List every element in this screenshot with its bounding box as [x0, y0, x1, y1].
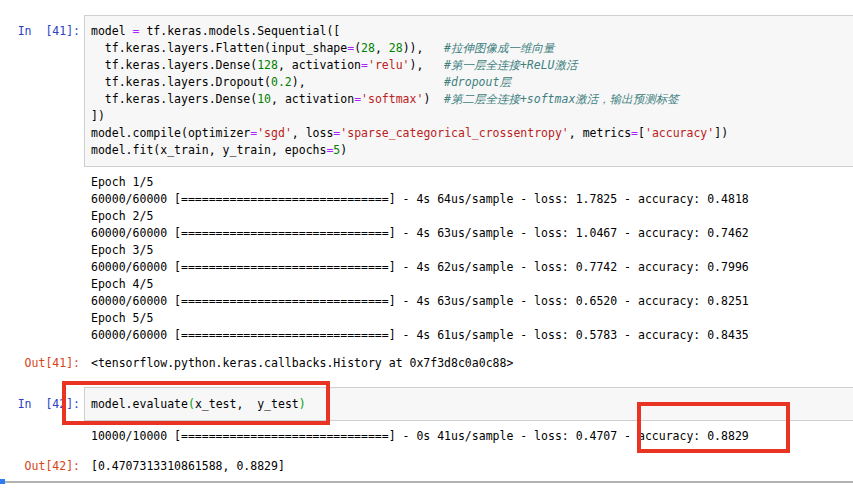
code-token: 28: [389, 41, 403, 55]
code-comment: #dropout层: [444, 74, 511, 91]
code-editor-41[interactable]: model = tf.keras.models.Sequential([ tf.…: [85, 16, 853, 159]
code-line: model = tf.keras.models.Sequential([: [91, 23, 853, 40]
code-token: )),: [403, 41, 424, 55]
output-line: 60000/60000 [===========================…: [91, 259, 749, 276]
code-token: ]): [91, 109, 105, 123]
code-comment: #拉伸图像成一维向量: [444, 40, 554, 57]
output-line: Epoch 4/5: [91, 276, 749, 293]
code-token: 28: [361, 41, 375, 55]
code-token: model: [91, 24, 133, 38]
output-line: 60000/60000 [===========================…: [91, 225, 749, 242]
output-prompt-41: Out[41]:: [0, 355, 80, 372]
code-token: tf.keras.layers.Dense(: [91, 92, 257, 106]
code-line: model.fit(x_train, y_train, epochs=5): [91, 142, 853, 159]
code-token: ),: [410, 58, 424, 72]
code-token: ]): [714, 126, 728, 140]
code-token: =: [631, 126, 638, 140]
code-token: 'sgd': [257, 126, 292, 140]
output-line: 60000/60000 [===========================…: [91, 191, 749, 208]
code-token: 128: [257, 58, 278, 72]
output-value-42: [0.4707313310861588, 0.8829]: [91, 458, 285, 475]
code-token: 'accuracy': [645, 126, 714, 140]
code-token: [: [638, 126, 645, 140]
annotation-rect-accuracy: [637, 402, 790, 453]
input-prompt-41: In [41]:: [0, 23, 80, 40]
code-comment: #第一层全连接+ReLU激活: [444, 57, 578, 74]
code-token: model.compile(optimizer: [91, 126, 250, 140]
code-token: 'softmax': [361, 92, 423, 106]
code-line: tf.keras.layers.Flatten(input_shape=(28,…: [91, 40, 853, 57]
code-token: , loss: [292, 126, 334, 140]
code-line: tf.keras.layers.Dense(10, activation='so…: [91, 91, 853, 108]
output-line: Epoch 3/5: [91, 242, 749, 259]
output-line: Epoch 2/5: [91, 208, 749, 225]
code-token: ): [423, 92, 430, 106]
output-line: Epoch 1/5: [91, 174, 749, 191]
output-prompt-42: Out[42]:: [0, 458, 80, 475]
code-comment: #第二层全连接+softmax激活，输出预测标签: [444, 91, 679, 108]
code-token: tf.keras.layers.Dense(: [91, 58, 257, 72]
code-token: tf.keras.models.Sequential([: [139, 24, 340, 38]
code-line: ]): [91, 108, 853, 125]
code-token: 10: [257, 92, 271, 106]
horizontal-scrollbar-track[interactable]: [0, 481, 853, 483]
code-token: , activation: [271, 92, 354, 106]
code-line: model.compile(optimizer='sgd', loss='spa…: [91, 125, 853, 142]
code-token: tf.keras.layers.Dropout(: [91, 75, 271, 89]
code-line: tf.keras.layers.Dense(128, activation='r…: [91, 57, 853, 74]
annotation-rect-evaluate: [62, 381, 330, 425]
output-line: 60000/60000 [===========================…: [91, 293, 749, 310]
code-token: =: [361, 58, 368, 72]
code-token: 'relu': [368, 58, 410, 72]
code-token: ),: [292, 75, 306, 89]
code-token: , metrics: [569, 126, 631, 140]
code-token: 'sparse_categorical_crossentropy': [340, 126, 568, 140]
output-line: 60000/60000 [===========================…: [91, 327, 749, 344]
code-token: ): [340, 143, 347, 157]
output-line: Epoch 5/5: [91, 310, 749, 327]
code-token: ,: [375, 41, 389, 55]
code-token: 0.2: [271, 75, 292, 89]
code-line: tf.keras.layers.Dropout(0.2),#dropout层: [91, 74, 853, 91]
code-token: tf.keras.layers.Flatten(input_shape: [91, 41, 347, 55]
code-token: , activation: [278, 58, 361, 72]
training-log-output: Epoch 1/560000/60000 [==================…: [91, 174, 749, 344]
code-token: model.fit(x_train, y_train, epochs: [91, 143, 326, 157]
horizontal-scrollbar-thumb[interactable]: [0, 479, 5, 484]
output-value-41: <tensorflow.python.keras.callbacks.Histo…: [91, 355, 513, 372]
code-cell-41[interactable]: model = tf.keras.models.Sequential([ tf.…: [84, 15, 853, 167]
